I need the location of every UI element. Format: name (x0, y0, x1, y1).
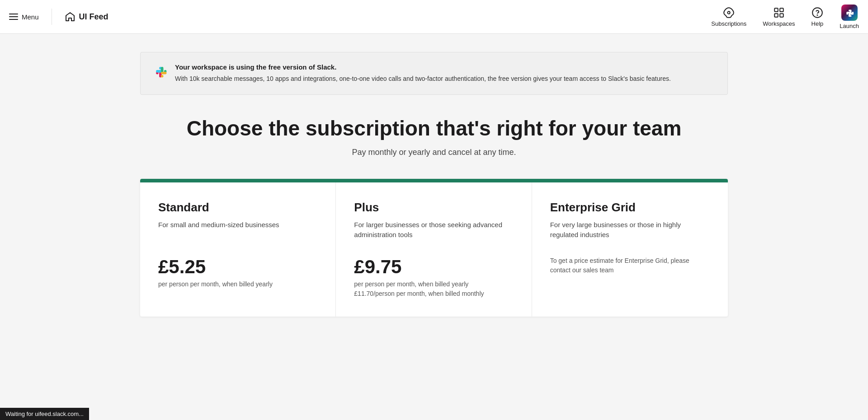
nav-workspaces[interactable]: Workspaces (763, 7, 795, 27)
header-nav: Subscriptions Workspaces (711, 5, 859, 29)
menu-label: Menu (22, 13, 39, 21)
nav-help[interactable]: Help (811, 7, 824, 27)
home-icon (65, 11, 75, 22)
banner-title: Your workspace is using the free version… (175, 63, 336, 71)
workspaces-label: Workspaces (763, 20, 795, 27)
plan-enterprise-desc: For very large businesses or those in hi… (550, 220, 710, 242)
svg-rect-1 (774, 8, 778, 12)
status-bar: Waiting for uifeed.slack.com... (0, 408, 89, 420)
slack-launch-icon (841, 5, 858, 21)
subscriptions-label: Subscriptions (711, 20, 746, 27)
menu-button[interactable]: Menu (9, 13, 39, 21)
hero-subheading: Pay monthly or yearly and cancel at any … (140, 148, 728, 157)
plan-enterprise-name: Enterprise Grid (550, 201, 710, 215)
plan-enterprise: Enterprise Grid For very large businesse… (532, 182, 728, 317)
banner-text: Your workspace is using the free version… (175, 63, 671, 84)
svg-point-0 (728, 11, 730, 14)
hamburger-icon (9, 14, 18, 20)
pricing-columns: Standard For small and medium-sized busi… (140, 182, 728, 317)
plan-plus: Plus For larger businesses or those seek… (336, 182, 532, 317)
hero-section: Choose the subscription that's right for… (140, 117, 728, 157)
main-content: Your workspace is using the free version… (104, 34, 764, 335)
plan-plus-billing-secondary: £11.70/person per month, when billed mon… (354, 290, 484, 297)
plan-plus-billing: per person per month, when billed yearly… (354, 280, 513, 299)
header-left: Menu UI Feed (9, 9, 108, 25)
nav-launch[interactable]: Launch (840, 5, 859, 29)
status-text: Waiting for uifeed.slack.com... (5, 411, 84, 417)
svg-point-6 (817, 14, 817, 15)
plan-enterprise-billing: To get a price estimate for Enterprise G… (550, 256, 710, 275)
brand-link[interactable]: UI Feed (65, 11, 108, 22)
brand-label: UI Feed (79, 12, 108, 22)
plan-standard-billing: per person per month, when billed yearly (158, 280, 317, 289)
plan-standard-desc: For small and medium-sized businesses (158, 220, 317, 242)
help-label: Help (811, 20, 824, 27)
svg-point-5 (812, 8, 822, 18)
pricing-table: Standard For small and medium-sized busi… (140, 179, 728, 317)
help-icon (811, 7, 823, 19)
svg-rect-3 (774, 14, 778, 17)
plan-plus-name: Plus (354, 201, 513, 215)
plan-plus-billing-primary: per person per month, when billed yearly (354, 280, 468, 288)
header: Menu UI Feed Subscriptions (0, 0, 868, 34)
pricing-accent-bar (140, 179, 728, 182)
plan-standard-price: £5.25 (158, 256, 317, 278)
svg-rect-4 (780, 14, 783, 17)
grid-icon (773, 7, 785, 19)
plan-standard: Standard For small and medium-sized busi… (140, 182, 336, 317)
header-divider (52, 9, 52, 25)
hero-heading: Choose the subscription that's right for… (140, 117, 728, 140)
plan-plus-price: £9.75 (354, 256, 513, 278)
plan-plus-desc: For larger businesses or those seeking a… (354, 220, 513, 242)
free-tier-banner: Your workspace is using the free version… (140, 52, 728, 95)
nav-subscriptions[interactable]: Subscriptions (711, 7, 746, 27)
plan-standard-name: Standard (158, 201, 317, 215)
launch-label: Launch (840, 23, 859, 29)
banner-description: With 10k searchable messages, 10 apps an… (175, 74, 671, 84)
slack-logo-icon (153, 64, 168, 79)
svg-rect-2 (780, 8, 783, 12)
rocket-icon (723, 7, 735, 19)
